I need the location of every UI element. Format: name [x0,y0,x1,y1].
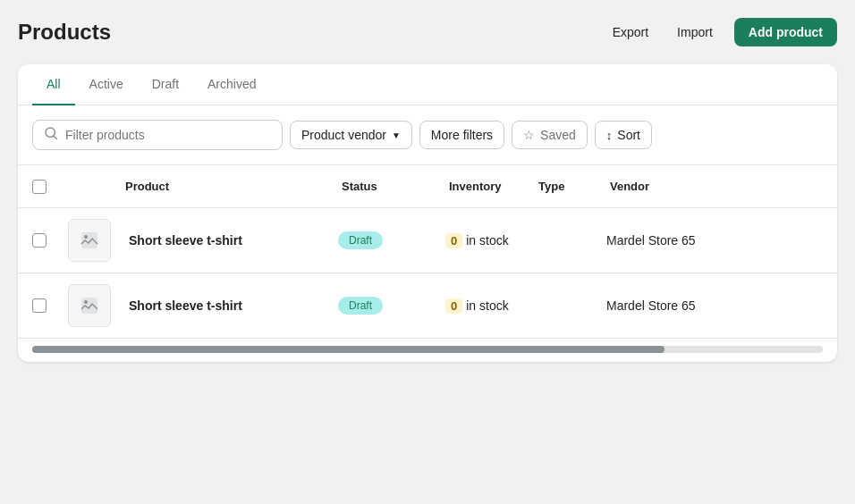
product-vendor-button[interactable]: Product vendor ▼ [290,121,412,149]
search-wrapper [32,120,283,150]
main-card: All Active Draft Archived Product vendor… [18,64,837,362]
tab-active[interactable]: Active [75,64,138,105]
more-filters-label: More filters [431,128,493,142]
sort-label: Sort [617,128,640,142]
row-checkbox[interactable] [32,298,47,313]
product-col-header: Product [122,172,338,200]
product-thumbnail [68,219,111,262]
inventory-number: 0 [445,233,462,248]
svg-rect-2 [81,232,97,248]
tab-all[interactable]: All [32,64,75,105]
tab-draft[interactable]: Draft [138,64,193,105]
select-all-cell [32,180,68,194]
status-cell: Draft [338,231,445,249]
vendor-col-header: Vendor [606,172,823,200]
search-input[interactable] [65,128,271,142]
inventory-cell: 0 in stock [445,298,535,314]
star-icon: ☆ [523,128,535,142]
more-filters-button[interactable]: More filters [419,121,504,149]
inventory-number: 0 [445,298,462,314]
sort-button[interactable]: ↕ Sort [595,121,652,149]
horizontal-scrollbar-track[interactable] [32,346,823,353]
table-row: Short sleeve t-shirt Draft 0 in stock Ma… [18,273,837,339]
product-thumbnail [68,284,111,327]
filters-row: Product vendor ▼ More filters ☆ Saved ↕ … [18,105,837,165]
page-header: Products Export Import Add product [18,18,837,46]
add-product-button[interactable]: Add product [734,18,837,46]
row-checkbox-cell [32,233,68,248]
inventory-cell: 0 in stock [445,233,535,248]
header-actions: Export Import Add product [605,18,837,46]
tabs-container: All Active Draft Archived [18,64,837,105]
status-col-header: Status [338,172,445,200]
vendor-cell: Mardel Store 65 [606,233,823,248]
saved-label: Saved [540,128,576,142]
search-icon [44,126,58,144]
inventory-suffix: in stock [466,233,508,248]
svg-line-1 [54,136,56,139]
svg-point-3 [84,235,88,239]
tab-archived[interactable]: Archived [193,64,270,105]
status-badge: Draft [338,231,383,249]
import-button[interactable]: Import [670,20,720,45]
product-name: Short sleeve t-shirt [122,233,338,248]
page-title: Products [18,20,111,45]
scrollbar-track-wrapper [18,339,837,362]
vendor-cell: Mardel Store 65 [606,298,823,313]
status-badge: Draft [338,297,383,315]
table-header: Product Status Inventory Type Vendor [18,165,837,208]
svg-rect-4 [81,298,97,314]
row-checkbox[interactable] [32,233,47,248]
export-button[interactable]: Export [605,20,656,45]
svg-point-5 [84,300,88,304]
type-col-header: Type [535,172,606,200]
inventory-suffix: in stock [466,298,508,313]
sort-icon: ↕ [606,129,613,142]
inventory-col-header: Inventory [445,172,535,200]
horizontal-scrollbar-thumb[interactable] [32,346,665,353]
vendor-filter-label: Product vendor [301,128,386,142]
status-cell: Draft [338,297,445,315]
product-name: Short sleeve t-shirt [122,298,338,313]
row-checkbox-cell [32,298,68,313]
table-row: Short sleeve t-shirt Draft 0 in stock Ma… [18,208,837,273]
saved-button[interactable]: ☆ Saved [512,121,588,149]
select-all-checkbox[interactable] [32,180,47,194]
chevron-down-icon: ▼ [392,130,401,140]
